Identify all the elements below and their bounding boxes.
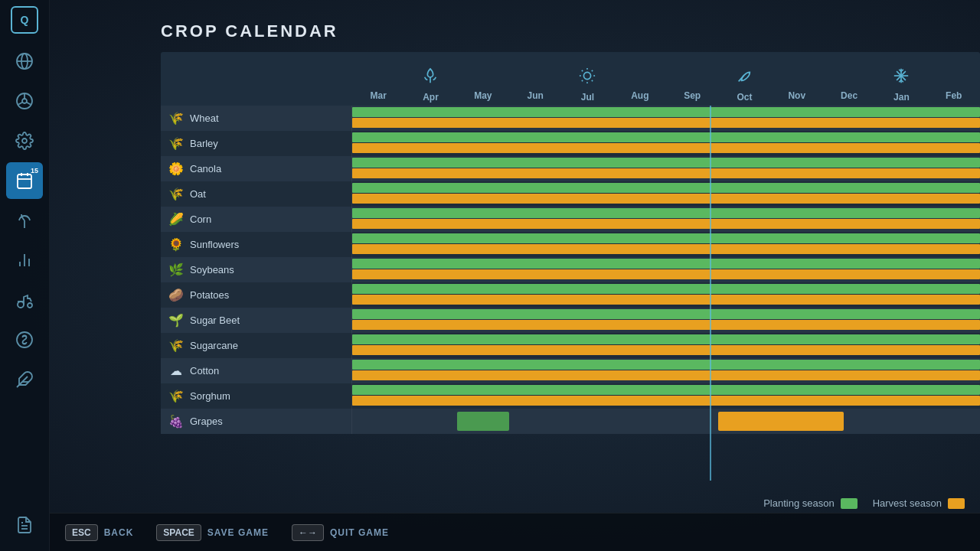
bar-gap	[666, 409, 718, 434]
svg-line-6	[18, 103, 22, 105]
svg-rect-9	[18, 174, 31, 188]
planting-bar	[352, 309, 980, 319]
crop-name-label: Potatoes	[190, 289, 229, 301]
svg-point-23	[584, 72, 591, 79]
month-mar: Mar	[352, 67, 404, 106]
crop-name-cell: 🌼Canola	[161, 156, 352, 181]
crop-row: ☁Cotton	[161, 358, 980, 383]
save-button[interactable]: SPACE SAVE GAME	[156, 524, 269, 541]
crop-bars	[352, 308, 980, 333]
crop-name-label: Canola	[190, 163, 221, 174]
crop-bars	[352, 207, 980, 232]
crop-icon: 🌾	[168, 111, 184, 126]
crop-row: 🌽Corn	[161, 207, 980, 232]
svg-line-27	[592, 80, 593, 81]
sidebar-item-tractor[interactable]	[6, 282, 43, 318]
quit-label: QUIT GAME	[330, 527, 389, 538]
crop-name-cell: 🌽Corn	[161, 207, 352, 232]
sidebar-item-crops[interactable]	[6, 202, 43, 239]
month-oct: Oct	[718, 67, 770, 106]
calendar-container: Mar Apr	[161, 52, 980, 481]
svg-line-7	[27, 103, 31, 105]
month-nov: Nov	[771, 67, 823, 106]
planting-bar	[352, 284, 980, 294]
bar-segment	[718, 412, 844, 431]
crop-bars	[352, 257, 980, 282]
planting-bar	[352, 334, 980, 344]
crop-bars	[352, 383, 980, 409]
svg-point-17	[28, 303, 32, 308]
crop-name-label: Soybeans	[190, 264, 234, 276]
crop-icon: 🌾	[168, 338, 184, 353]
crop-icon: 🌾	[168, 136, 184, 151]
sidebar-item-help[interactable]	[6, 507, 43, 543]
crop-name-cell: 🌾Oat	[161, 181, 352, 207]
crop-name-label: Sorghum	[190, 390, 230, 402]
sidebar-item-steering[interactable]	[6, 83, 43, 119]
planting-bar	[352, 183, 980, 193]
crop-bars	[352, 232, 980, 257]
months-header: Mar Apr	[352, 67, 980, 106]
sidebar-item-animals[interactable]	[6, 361, 43, 398]
crop-row: 🌿Soybeans	[161, 257, 980, 282]
crop-name-label: Barley	[190, 138, 218, 149]
sidebar-item-globe[interactable]	[6, 43, 43, 80]
crop-name-cell: 🌻Sunflowers	[161, 232, 352, 257]
svg-point-16	[18, 302, 24, 308]
space-key[interactable]: SPACE	[156, 524, 201, 541]
enter-key[interactable]: ←→	[292, 524, 324, 541]
svg-line-31	[592, 70, 593, 71]
crop-icon: 🌽	[168, 212, 184, 227]
crop-name-cell: 🥔Potatoes	[161, 282, 352, 308]
crop-name-cell: 🌱Sugar Beet	[161, 308, 352, 333]
crop-name-label: Cotton	[190, 365, 219, 377]
crop-bars	[352, 409, 980, 434]
crop-row: 🌾Barley	[161, 131, 980, 156]
svg-line-26	[582, 70, 583, 71]
q-button[interactable]: Q	[11, 6, 38, 34]
sidebar-item-settings[interactable]	[6, 122, 43, 159]
quit-button[interactable]: ←→ QUIT GAME	[292, 524, 389, 541]
crop-bars	[352, 358, 980, 383]
planting-bar	[352, 233, 980, 243]
harvest-bar	[352, 168, 980, 178]
svg-line-30	[582, 80, 583, 81]
crop-bars	[352, 333, 980, 358]
crop-row: 🌾Sugarcane	[161, 333, 980, 358]
page-title: CROP CALENDAR	[50, 0, 980, 52]
bar-gap	[844, 409, 980, 434]
esc-key[interactable]: ESC	[65, 524, 98, 541]
crop-row: 🌾Wheat	[161, 106, 980, 131]
crop-icon: 🌱	[168, 313, 184, 328]
month-apr: Apr	[404, 67, 456, 106]
harvest-bar	[352, 345, 980, 355]
harvest-bar	[352, 320, 980, 330]
calendar-badge: 15	[31, 167, 38, 174]
crop-bars	[352, 282, 980, 308]
crop-bars	[352, 131, 980, 156]
back-button[interactable]: ESC BACK	[65, 524, 133, 541]
planting-bar	[352, 360, 980, 370]
bar-segment	[457, 412, 509, 431]
bottom-bar: ESC BACK SPACE SAVE GAME ←→ QUIT GAME	[50, 513, 980, 551]
month-feb: Feb	[928, 67, 980, 106]
summer-icon	[579, 67, 596, 89]
crop-row: 🥔Potatoes	[161, 282, 980, 308]
sidebar-item-money[interactable]	[6, 321, 43, 358]
month-jan: Jan	[875, 67, 927, 106]
crop-icon: 🌾	[168, 187, 184, 201]
crop-name-label: Wheat	[190, 112, 219, 124]
crop-row: 🌾Sorghum	[161, 383, 980, 409]
crop-icon: 🌿	[168, 262, 184, 277]
crop-icon: ☁	[168, 364, 184, 378]
sidebar-item-calendar[interactable]: 15	[6, 162, 43, 199]
harvest-bar	[352, 219, 980, 229]
spring-icon	[422, 67, 439, 89]
crop-name-label: Sunflowers	[190, 239, 239, 250]
crop-name-label: Sugarcane	[190, 340, 238, 351]
harvest-bar	[352, 295, 980, 305]
calendar-body[interactable]: 🌾Wheat🌾Barley🌼Canola🌾Oat🌽Corn🌻Sunflowers…	[161, 106, 980, 481]
sidebar-item-stats[interactable]	[6, 242, 43, 279]
planting-bar	[352, 385, 980, 395]
winter-icon	[893, 67, 910, 89]
